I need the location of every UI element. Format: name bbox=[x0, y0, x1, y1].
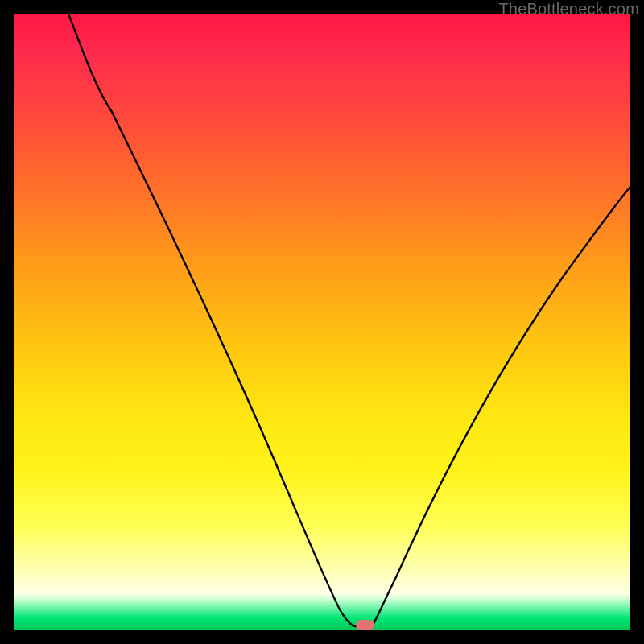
optimal-marker bbox=[356, 620, 374, 630]
plot-area bbox=[14, 14, 630, 630]
watermark-text: TheBottleneck.com bbox=[498, 0, 639, 19]
bottleneck-curve bbox=[14, 14, 630, 630]
chart-frame: TheBottleneck.com bbox=[0, 0, 644, 644]
curve-path bbox=[68, 14, 630, 626]
